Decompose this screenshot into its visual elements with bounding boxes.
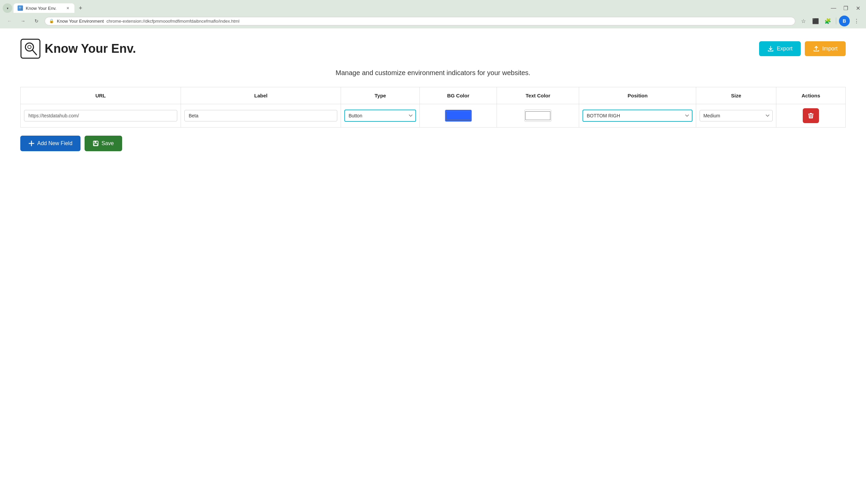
- col-header-type: Type: [341, 87, 420, 104]
- label-cell: [181, 104, 341, 127]
- delete-row-button[interactable]: [803, 108, 819, 123]
- save-label: Save: [101, 141, 114, 146]
- tab-close-btn[interactable]: ✕: [65, 5, 70, 11]
- nav-action-group: ☆ ⬛ 🧩 B ⋮: [798, 15, 862, 26]
- text-color-picker[interactable]: [524, 110, 552, 122]
- site-name: Know Your Environment: [57, 19, 104, 24]
- save-icon: [93, 141, 99, 146]
- bg-color-picker[interactable]: [445, 110, 472, 122]
- table-header-row: URL Label Type BG Color Text Color Posit…: [21, 87, 846, 104]
- add-label: Add New Field: [37, 141, 73, 146]
- profile-btn[interactable]: B: [839, 15, 850, 26]
- page-content: Know Your Env. Export Import Manage and …: [0, 29, 866, 504]
- environments-table: URL Label Type BG Color Text Color Posit…: [20, 87, 846, 127]
- import-label: Import: [822, 46, 837, 52]
- lock-icon: 🔒: [49, 19, 54, 23]
- url-cell: [21, 104, 181, 127]
- type-cell: Button Badge Banner: [341, 104, 420, 127]
- export-label: Export: [777, 46, 792, 52]
- new-tab-btn[interactable]: +: [76, 3, 85, 13]
- col-header-text-color: Text Color: [497, 87, 579, 104]
- import-button[interactable]: Import: [805, 41, 846, 56]
- svg-line-2: [32, 50, 36, 55]
- table-container: URL Label Type BG Color Text Color Posit…: [20, 87, 846, 127]
- app-header: Know Your Env. Export Import: [0, 29, 866, 66]
- actions-cell: [776, 104, 846, 127]
- export-button[interactable]: Export: [759, 41, 800, 56]
- col-header-actions: Actions: [776, 87, 846, 104]
- position-cell: BOTTOM RIGH BOTTOM LEFT TOP RIGHT TOP LE…: [579, 104, 696, 127]
- divider: [836, 18, 836, 24]
- active-tab[interactable]: 🔍 Know Your Env. ✕: [13, 3, 75, 13]
- minimize-btn[interactable]: —: [828, 3, 839, 13]
- address-bar[interactable]: 🔒 Know Your Environment chrome-extension…: [45, 17, 795, 25]
- type-select[interactable]: Button Badge Banner: [344, 110, 416, 122]
- header-actions: Export Import: [759, 41, 846, 56]
- browser-chrome: ▾ 🔍 Know Your Env. ✕ + — ❐ ✕ ← → ↻ 🔒 Kno…: [0, 0, 866, 29]
- export-icon: [767, 45, 774, 52]
- svg-rect-6: [94, 143, 98, 145]
- text-color-cell: [497, 104, 579, 127]
- page-subtitle: Manage and customize environment indicat…: [0, 66, 866, 87]
- size-select[interactable]: Small Medium Large: [700, 110, 773, 121]
- nav-bar: ← → ↻ 🔒 Know Your Environment chrome-ext…: [0, 13, 866, 29]
- col-header-bg-color: BG Color: [420, 87, 497, 104]
- tab-bar: ▾ 🔍 Know Your Env. ✕ + — ❐ ✕: [0, 0, 866, 13]
- size-cell: Small Medium Large: [696, 104, 776, 127]
- col-header-position: Position: [579, 87, 696, 104]
- restore-btn[interactable]: ❐: [840, 3, 851, 13]
- bg-color-cell: [420, 104, 497, 127]
- add-field-button[interactable]: Add New Field: [20, 136, 80, 151]
- app-logo: Know Your Env.: [20, 38, 136, 59]
- table-row: Button Badge Banner BOTTOM RIGH: [21, 104, 846, 127]
- media-btn[interactable]: ⬛: [810, 15, 821, 26]
- trash-icon: [808, 112, 814, 119]
- tab-favicon: 🔍: [18, 5, 23, 11]
- col-header-label: Label: [181, 87, 341, 104]
- reload-btn[interactable]: ↻: [31, 15, 42, 26]
- plus-icon: [29, 141, 34, 146]
- label-input[interactable]: [184, 110, 337, 121]
- logo-icon: [20, 38, 41, 59]
- url-input[interactable]: [24, 110, 177, 121]
- menu-btn[interactable]: ⋮: [851, 15, 862, 26]
- url-display: chrome-extension://dkcfpmmooofmdfimomfda…: [107, 19, 791, 24]
- position-select[interactable]: BOTTOM RIGH BOTTOM LEFT TOP RIGHT TOP LE…: [582, 110, 692, 122]
- tab-dropdown-btn[interactable]: ▾: [3, 3, 12, 13]
- app-title: Know Your Env.: [45, 42, 136, 56]
- bookmark-btn[interactable]: ☆: [798, 15, 809, 26]
- col-header-url: URL: [21, 87, 181, 104]
- svg-point-3: [28, 45, 31, 49]
- svg-rect-5: [95, 141, 97, 143]
- close-btn[interactable]: ✕: [853, 3, 863, 13]
- forward-btn[interactable]: →: [18, 15, 29, 26]
- import-icon: [813, 45, 820, 52]
- extensions-btn[interactable]: 🧩: [822, 15, 833, 26]
- save-button[interactable]: Save: [85, 136, 122, 151]
- bottom-actions: Add New Field Save: [20, 136, 846, 151]
- back-btn[interactable]: ←: [4, 15, 15, 26]
- col-header-size: Size: [696, 87, 776, 104]
- tab-title: Know Your Env.: [26, 6, 62, 11]
